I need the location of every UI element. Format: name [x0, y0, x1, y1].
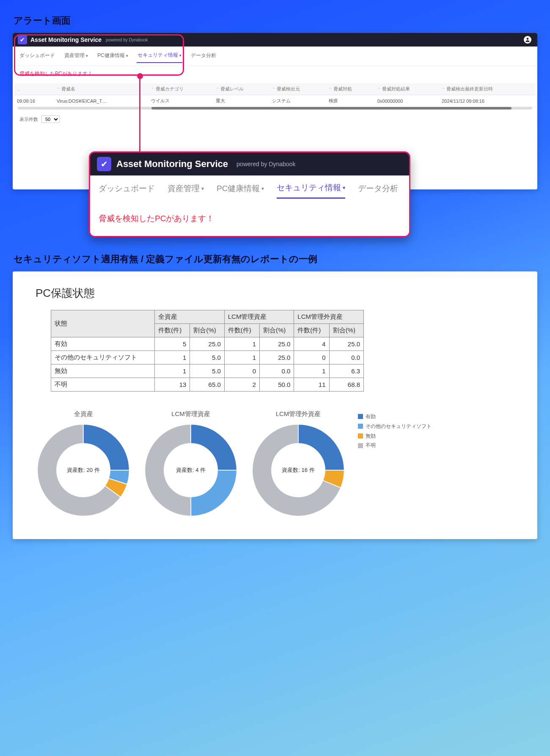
- scrollbar-thumb[interactable]: [151, 107, 512, 110]
- cell-value: 13: [155, 378, 190, 392]
- th-ratio: 割合(%): [260, 324, 294, 337]
- cell-value: 2: [224, 378, 259, 392]
- legend-item: その他のセキュリティソフト: [358, 422, 432, 431]
- th-ratio: 割合(%): [190, 324, 224, 337]
- chart-title: 全資産: [36, 410, 131, 418]
- app-powered-by: powered by Dynabook: [236, 161, 295, 167]
- charts-row: 全資産 資産数: 20 件 LCM管理資産 資産数: 4 件 LCM管理外資産 …: [36, 410, 514, 518]
- cell-label: その他のセキュリティソフト: [51, 351, 155, 364]
- cell-source: システム: [270, 95, 326, 107]
- tab-dashboard[interactable]: ダッシュボード: [99, 182, 155, 199]
- th-nonlcm: LCM管理外資産: [294, 310, 364, 324]
- tab-analytics[interactable]: データ分析: [190, 50, 217, 63]
- tab-security[interactable]: セキュリティ情報▾: [137, 50, 182, 63]
- th-count: 件数(件): [224, 324, 259, 337]
- table-row: 不明 13 65.0 2 50.0 11 68.8: [51, 378, 364, 392]
- chart-title: LCM管理資産: [143, 410, 239, 418]
- th-count: 件数(件): [294, 324, 329, 337]
- app-title: Asset Monitoring Service: [116, 159, 228, 170]
- cell-value: 1: [224, 337, 259, 351]
- section-report-title: セキュリティソフト適用有無 / 定義ファイル更新有無のレポートの一例: [14, 253, 537, 266]
- cell-value: 0.0: [329, 351, 363, 364]
- th-ratio: 割合(%): [329, 324, 363, 337]
- table-row: 無効 1 5.0 0 0.0 1 6.3: [51, 364, 364, 378]
- cell-value: 1: [155, 351, 190, 364]
- perpage-label: 表示件数: [19, 116, 38, 123]
- th-state: 状態: [51, 310, 155, 337]
- cell-updated: 2024/11/12 09:08:16: [439, 95, 536, 107]
- legend-item: 有効: [358, 412, 432, 422]
- cell-value: 5.0: [190, 351, 224, 364]
- chevron-down-icon: ▾: [179, 53, 182, 58]
- cell-value: 4: [294, 337, 329, 351]
- svg-point-0: [527, 38, 529, 40]
- cell-level: 重大: [213, 95, 270, 107]
- col-time[interactable]: ⌄: [14, 83, 54, 95]
- cell-value: 25.0: [329, 337, 363, 351]
- highlight-connector-line-icon: [139, 78, 140, 153]
- chart-center-label: 資産数: 4 件: [143, 422, 239, 518]
- user-account-icon[interactable]: [524, 36, 531, 44]
- table-row[interactable]: 09:08:16 Virus:DOS¥/EICAR_T… ウイルス 重大 システ…: [14, 95, 536, 107]
- cell-value: 25.0: [190, 337, 224, 351]
- app-title: Asset Monitoring Service: [30, 36, 102, 43]
- donut-chart-lcm: 資産数: 4 件: [143, 422, 239, 518]
- app-header: ✔ Asset Monitoring Service powered by Dy…: [13, 33, 537, 47]
- horizontal-scrollbar[interactable]: [18, 107, 532, 110]
- chevron-down-icon: ▾: [343, 185, 345, 191]
- cell-action: 検疫: [326, 95, 375, 107]
- zoom-app-header: ✔ Asset Monitoring Service powered by Dy…: [90, 153, 409, 175]
- col-threat-updated[interactable]: ⌃脅威検出最終更新日時: [439, 83, 536, 95]
- chevron-down-icon: ▾: [86, 54, 88, 58]
- app-powered-by: powered by Dynabook: [106, 38, 148, 42]
- chart-legend: 有効 その他のセキュリティソフト 無効 不明: [358, 410, 432, 450]
- cell-value: 6.3: [329, 364, 363, 378]
- table-row: 有効 5 25.0 1 25.0 4 25.0: [51, 337, 364, 351]
- cell-category: ウイルス: [148, 95, 213, 107]
- cell-label: 不明: [51, 378, 155, 392]
- cell-label: 有効: [51, 337, 155, 351]
- nav-tabs: ダッシュボード 資産管理▾ PC健康情報▾ セキュリティ情報▾ データ分析: [13, 47, 537, 66]
- tab-health[interactable]: PC健康情報▾: [96, 50, 129, 63]
- col-threat-source[interactable]: ⌃脅威検出元: [270, 83, 326, 95]
- col-threat-category[interactable]: ⌃脅威カテゴリ: [148, 83, 213, 95]
- app-logo-icon: ✔: [97, 157, 111, 171]
- cell-value: 11: [294, 378, 329, 392]
- perpage-select[interactable]: 50: [41, 115, 60, 123]
- cell-value: 1: [224, 351, 259, 364]
- tab-asset[interactable]: 資産管理▾: [63, 50, 89, 63]
- col-threat-action[interactable]: ⌃脅威対処: [326, 83, 375, 95]
- col-threat-result[interactable]: ⌃脅威対処結果: [375, 83, 439, 95]
- tab-analytics[interactable]: データ分析: [358, 182, 398, 199]
- tab-asset[interactable]: 資産管理▾: [168, 182, 204, 199]
- chart-title: LCM管理外資産: [250, 410, 346, 418]
- donut-chart-all: 資産数: 20 件: [36, 422, 131, 518]
- cell-value: 0: [294, 351, 329, 364]
- alert-message: 脅威を検知したPCがあります！: [13, 66, 537, 83]
- app-logo-icon: ✔: [18, 35, 27, 44]
- chevron-down-icon: ▾: [201, 186, 204, 192]
- cell-value: 50.0: [260, 378, 294, 392]
- col-threat-name[interactable]: ⌃脅威名: [54, 83, 148, 95]
- alert-message: 脅威を検知したPCがあります！: [90, 203, 409, 236]
- tab-health[interactable]: PC健康情報▾: [217, 182, 264, 199]
- zoomed-header-panel: ✔ Asset Monitoring Service powered by Dy…: [89, 151, 410, 237]
- cell-value: 1: [155, 364, 190, 378]
- cell-value: 25.0: [260, 351, 294, 364]
- section-alert-title: アラート画面: [14, 14, 537, 27]
- cell-name: Virus:DOS¥/EICAR_T…: [54, 95, 148, 107]
- table-header-row: ⌄ ⌃脅威名 ⌃脅威カテゴリ ⌃脅威レベル ⌃脅威検出元 ⌃脅威対処 ⌃脅威対処…: [14, 83, 536, 95]
- cell-value: 5.0: [190, 364, 224, 378]
- report-panel: PC保護状態 状態 全資産 LCM管理資産 LCM管理外資産 件数(件) 割合(…: [13, 271, 537, 539]
- legend-item: 不明: [358, 441, 432, 450]
- tab-dashboard[interactable]: ダッシュボード: [19, 50, 56, 63]
- cell-value: 65.0: [190, 378, 224, 392]
- tab-security[interactable]: セキュリティ情報▾: [277, 182, 345, 199]
- cell-result: 0x00000000: [375, 95, 439, 107]
- chart-center-label: 資産数: 16 件: [250, 422, 346, 518]
- chevron-down-icon: ▾: [126, 54, 128, 58]
- col-threat-level[interactable]: ⌃脅威レベル: [213, 83, 270, 95]
- th-all: 全資産: [155, 310, 225, 324]
- chart-center-label: 資産数: 20 件: [36, 422, 131, 518]
- zoom-nav-tabs: ダッシュボード 資産管理▾ PC健康情報▾ セキュリティ情報▾ データ分析: [90, 175, 409, 203]
